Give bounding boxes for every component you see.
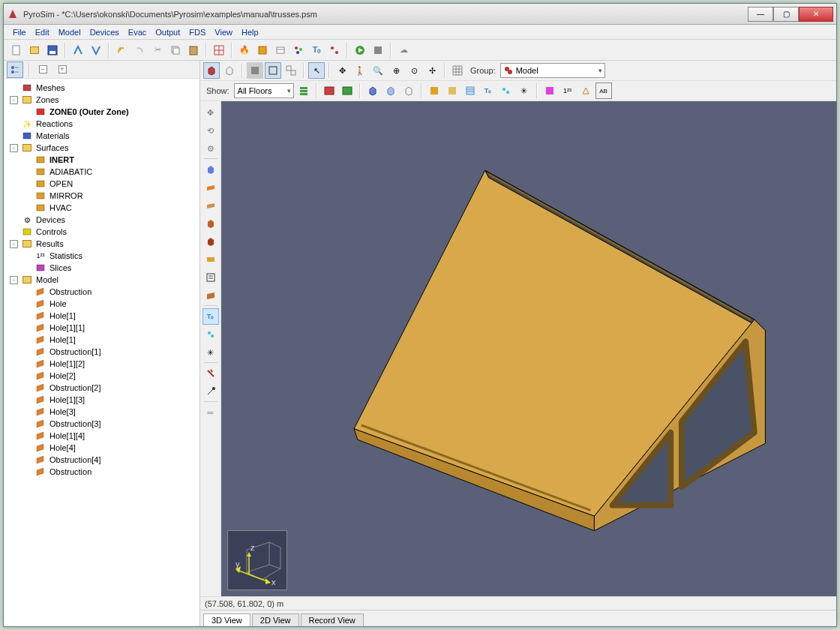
tree-item[interactable]: ZONE0 (Outer Zone) bbox=[5, 106, 198, 118]
mesh-tool-icon[interactable] bbox=[211, 42, 227, 58]
group-dropdown[interactable]: Model bbox=[500, 63, 605, 78]
zoom-box-icon[interactable]: ⊕ bbox=[388, 62, 404, 79]
show-vents-icon[interactable] bbox=[462, 82, 478, 99]
tree-item[interactable]: Hole[4] bbox=[5, 442, 198, 454]
new-file-icon[interactable] bbox=[8, 42, 25, 58]
view-outline-icon[interactable] bbox=[265, 62, 281, 79]
tree-item[interactable]: OPEN bbox=[5, 178, 198, 190]
menu-output[interactable]: Output bbox=[151, 26, 184, 38]
tab-record-view[interactable]: Record View bbox=[301, 614, 364, 626]
show-mesh-bounds-icon[interactable] bbox=[400, 82, 417, 99]
save-file-icon[interactable] bbox=[44, 42, 61, 58]
view-group-icon[interactable] bbox=[283, 62, 299, 79]
tree-item[interactable]: INERT bbox=[5, 154, 198, 166]
tab-2d-view[interactable]: 2D View bbox=[252, 614, 299, 626]
tree-item[interactable]: Obstruction[1] bbox=[5, 346, 198, 358]
3d-viewport[interactable]: z x y bbox=[221, 101, 836, 596]
tree-item[interactable]: -Model bbox=[5, 274, 198, 286]
draw-init2-icon[interactable]: T₀ bbox=[202, 308, 219, 325]
run-dropdown-icon[interactable] bbox=[370, 42, 386, 58]
menu-devices[interactable]: Devices bbox=[86, 26, 124, 38]
expand-all-icon[interactable]: + bbox=[55, 62, 71, 78]
reaction-tool-icon[interactable]: 🔥 bbox=[236, 42, 253, 58]
tree-item[interactable]: Obstruction[2] bbox=[5, 382, 198, 394]
show-particles-icon[interactable] bbox=[498, 82, 514, 99]
floor-dropdown[interactable]: All Floors bbox=[234, 83, 294, 98]
draw-hvac-icon[interactable] bbox=[202, 365, 219, 382]
surface-tool-icon[interactable] bbox=[272, 42, 289, 58]
export-icon[interactable] bbox=[88, 42, 104, 58]
zoom-in-icon[interactable]: 🔍 bbox=[370, 62, 386, 79]
menu-view[interactable]: View bbox=[210, 26, 237, 38]
draw-slab2-icon[interactable] bbox=[202, 197, 219, 214]
show-devices-icon[interactable]: ✳ bbox=[516, 82, 532, 99]
close-button[interactable]: ✕ bbox=[799, 7, 833, 22]
floor-manage-icon[interactable] bbox=[296, 82, 312, 99]
view-solid-icon[interactable] bbox=[247, 62, 263, 79]
pan-icon[interactable]: ✢ bbox=[424, 62, 440, 79]
view-wireframe-icon[interactable] bbox=[221, 62, 238, 79]
particle-tool-icon[interactable] bbox=[290, 42, 307, 58]
menu-fds[interactable]: FDS bbox=[184, 26, 210, 38]
maximize-button[interactable]: ▢ bbox=[773, 7, 799, 22]
redo-icon[interactable] bbox=[131, 42, 148, 58]
draw-init-icon[interactable]: ⚙ bbox=[202, 140, 219, 157]
tree-item[interactable]: MIRROR bbox=[5, 190, 198, 202]
show-slices-icon[interactable] bbox=[578, 82, 594, 99]
minimize-button[interactable]: — bbox=[748, 7, 773, 22]
tree-item[interactable]: Hole[1][3] bbox=[5, 394, 198, 406]
collapse-all-icon[interactable]: − bbox=[35, 62, 52, 78]
tree-item[interactable]: ADIABATIC bbox=[5, 166, 198, 178]
draw-hole-icon[interactable] bbox=[202, 215, 219, 232]
bg-image2-icon[interactable] bbox=[339, 82, 356, 99]
snap-icon[interactable]: ═ bbox=[202, 404, 219, 421]
tree-item[interactable]: Hole bbox=[5, 298, 198, 310]
grid-icon[interactable] bbox=[449, 62, 466, 79]
measure-icon[interactable] bbox=[202, 383, 219, 400]
menu-edit[interactable]: Edit bbox=[31, 26, 54, 38]
walk-icon[interactable]: 🚶 bbox=[352, 62, 368, 79]
tree-item[interactable]: ⚙Devices bbox=[5, 214, 198, 226]
menu-model[interactable]: Model bbox=[54, 26, 86, 38]
tree-item[interactable]: Hole[1][4] bbox=[5, 430, 198, 442]
draw-slab-icon[interactable] bbox=[202, 179, 219, 196]
tree-item[interactable]: -Surfaces bbox=[5, 142, 198, 154]
view-3d-icon[interactable] bbox=[203, 62, 220, 79]
axes-widget[interactable]: z x y bbox=[227, 530, 287, 590]
tree-item[interactable]: Materials bbox=[5, 130, 198, 142]
tree-toggle-icon[interactable]: - bbox=[10, 96, 18, 104]
material-tool-icon[interactable] bbox=[254, 42, 271, 58]
show-init-icon[interactable]: T₀ bbox=[480, 82, 496, 99]
copy-icon[interactable] bbox=[167, 42, 184, 58]
tree-item[interactable]: -Zones bbox=[5, 94, 198, 106]
ramp-tool-icon[interactable] bbox=[326, 42, 343, 58]
draw-vent-icon[interactable] bbox=[202, 251, 219, 268]
draw-rect-icon[interactable] bbox=[202, 233, 219, 250]
draw-mesh-icon[interactable]: ✥ bbox=[202, 104, 219, 121]
show-stats-icon[interactable]: 1²³ bbox=[560, 82, 576, 99]
hvac-tool-icon[interactable]: T₀ bbox=[308, 42, 325, 58]
tree-item[interactable]: Hole[1] bbox=[5, 334, 198, 346]
tree-toggle-icon[interactable]: - bbox=[10, 240, 18, 248]
tree-item[interactable]: Hole[1][1] bbox=[5, 322, 198, 334]
draw-text-icon[interactable] bbox=[202, 269, 219, 286]
tree-toggle-icon[interactable]: - bbox=[10, 144, 18, 152]
tree-item[interactable]: HVAC bbox=[5, 202, 198, 214]
tree-toggle-icon[interactable]: - bbox=[10, 276, 18, 284]
navigation-tree[interactable]: Meshes-ZonesZONE0 (Outer Zone)✨Reactions… bbox=[4, 79, 200, 626]
paste-icon[interactable] bbox=[185, 42, 202, 58]
draw-device-icon[interactable]: ✳ bbox=[202, 344, 219, 361]
show-zones-icon[interactable] bbox=[542, 82, 558, 99]
tree-item[interactable]: Obstruction[4] bbox=[5, 454, 198, 466]
tree-item[interactable]: Meshes bbox=[5, 82, 198, 94]
tab-3d-view[interactable]: 3D View bbox=[203, 614, 250, 626]
import-icon[interactable] bbox=[70, 42, 86, 58]
tree-item[interactable]: Hole[2] bbox=[5, 370, 198, 382]
tree-item[interactable]: -Results bbox=[5, 238, 198, 250]
select-tool-icon[interactable]: ↖ bbox=[308, 62, 325, 79]
draw-obstruction-icon[interactable] bbox=[202, 161, 219, 178]
tree-view-icon[interactable] bbox=[7, 62, 23, 78]
show-obstructions-icon[interactable] bbox=[426, 82, 442, 99]
tree-item[interactable]: Hole[3] bbox=[5, 406, 198, 418]
tree-item[interactable]: Obstruction bbox=[5, 466, 198, 478]
